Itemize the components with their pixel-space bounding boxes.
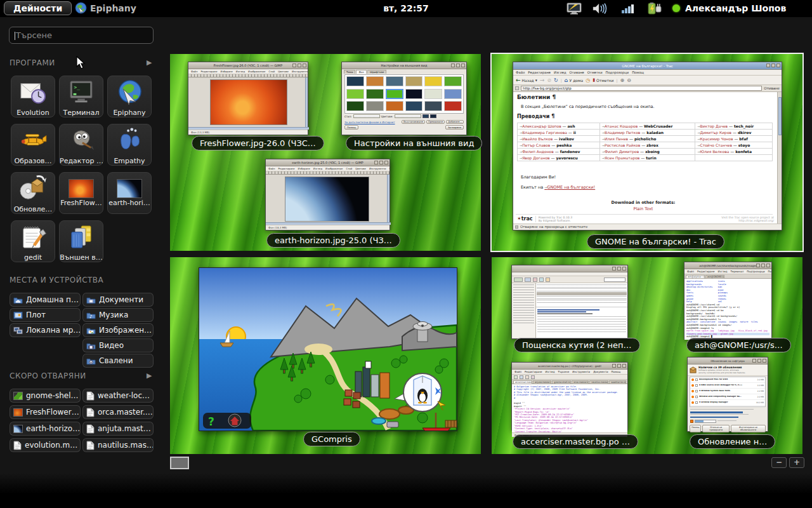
wallpaper-thumbnail[interactable] bbox=[386, 76, 403, 86]
wallpaper-thumbnail[interactable] bbox=[424, 89, 442, 99]
battery-icon[interactable] bbox=[647, 3, 664, 15]
menu-item[interactable]: Редактиране bbox=[278, 167, 295, 170]
window-buttons[interactable] bbox=[612, 364, 626, 368]
translator-link[interactable]: Красимир Чонов bbox=[700, 137, 733, 141]
app-freshflower[interactable]: FreshFlow… bbox=[59, 172, 103, 214]
place-documents[interactable]: Документи bbox=[82, 293, 154, 307]
gedit-tab[interactable]: anjuta.master.bg.po bbox=[533, 380, 551, 384]
wallpaper-thumbnail[interactable] bbox=[366, 76, 384, 86]
colors-combobox[interactable] bbox=[395, 114, 421, 118]
place-pictures[interactable]: Изображен… bbox=[82, 323, 154, 337]
update-checkbox[interactable] bbox=[695, 384, 698, 387]
save-button[interactable] bbox=[525, 375, 529, 379]
menu-item[interactable]: Редактиране bbox=[697, 270, 715, 273]
translator-link[interactable]: Филип Димитров bbox=[605, 149, 639, 154]
recent-weather-loc[interactable]: weather-loc… bbox=[82, 389, 154, 403]
place-music[interactable]: ♪ Музика bbox=[82, 308, 154, 322]
menu-item[interactable]: Файл bbox=[687, 270, 694, 273]
close-button[interactable]: Затваряне bbox=[445, 125, 464, 130]
update-info-link2[interactable] bbox=[690, 417, 738, 418]
wallpaper-thumbnail[interactable] bbox=[366, 101, 384, 111]
workspace-zoom-in-button[interactable]: + bbox=[789, 457, 804, 468]
menu-item[interactable]: Изображение bbox=[325, 167, 343, 170]
app-evolution[interactable]: Evolution bbox=[11, 76, 55, 117]
epiphany-page[interactable]: Бюлетини ¶ В секция „Бюлетини“ са период… bbox=[513, 92, 782, 224]
window-titlebar[interactable]: Обновление на софтуера bbox=[688, 358, 768, 364]
menu-item[interactable]: Изглед bbox=[236, 70, 245, 73]
gedit-tab[interactable]: weather-loc.bg.po bbox=[609, 380, 626, 384]
gimp-canvas[interactable] bbox=[266, 175, 390, 225]
recent-evolution-po[interactable]: evolution.m… bbox=[10, 438, 81, 452]
delete-button[interactable] bbox=[533, 277, 537, 282]
style-combobox[interactable] bbox=[353, 114, 380, 118]
menu-item[interactable]: Избиране bbox=[298, 167, 310, 170]
workspace-2[interactable]: GNOME на български! - Trac ФайлРедактира… bbox=[492, 54, 802, 251]
trac-link[interactable]: http://trac.edgewall.org/ bbox=[738, 219, 774, 222]
gcompris-controls[interactable]: ? bbox=[203, 413, 251, 429]
recent-earth-horizon[interactable]: earth-horizo… bbox=[10, 422, 81, 436]
update-row[interactable]: Window and compositing manager ba…2,2 MB bbox=[690, 394, 765, 400]
translator-link[interactable]: Явор Доганов bbox=[522, 156, 549, 160]
remove-button[interactable]: Премахване bbox=[426, 120, 445, 124]
window-buttons[interactable] bbox=[752, 359, 766, 363]
menu-item[interactable]: Цветове bbox=[278, 70, 289, 73]
recent-orca[interactable]: orca.master.… bbox=[82, 405, 154, 419]
app-terminal[interactable]: >_ Терминал bbox=[59, 76, 103, 117]
menu-item[interactable]: Редактиране bbox=[528, 70, 551, 74]
workspace-4[interactable]: ash@GNOME:/usr/share/backgrounds/images … bbox=[492, 257, 802, 454]
app-appearance[interactable]: Външен в… bbox=[59, 220, 103, 262]
new-button[interactable] bbox=[514, 375, 518, 379]
menu-item[interactable]: Файл bbox=[516, 70, 525, 74]
get-more-backgrounds-link[interactable]: За допълнителни фонове в Интернет bbox=[344, 121, 395, 124]
workspace-1[interactable]: FreshFlower.jpg-26.0 (ЧЗС, 1 слой) — GIM… bbox=[170, 54, 481, 251]
gedit-content[interactable]: # Bulgarian translation of accerciser po… bbox=[512, 384, 627, 432]
user-menu[interactable]: Александър Шопов bbox=[672, 3, 786, 13]
programs-expand-icon[interactable]: ▶ bbox=[147, 58, 152, 67]
menu-item[interactable]: Търсене bbox=[558, 370, 570, 373]
window-buttons[interactable] bbox=[766, 64, 780, 67]
trac-logo[interactable]: ✶trac bbox=[517, 216, 533, 222]
menu-item[interactable]: Подпрозорци bbox=[606, 70, 629, 74]
search-box[interactable] bbox=[604, 277, 625, 282]
page-scrollbar[interactable] bbox=[777, 92, 782, 224]
wallpaper-thumbnail[interactable] bbox=[346, 101, 364, 111]
translator-link[interactable]: Филип Андонов bbox=[522, 149, 554, 154]
send-receive-button[interactable] bbox=[525, 277, 531, 282]
update-checkbox[interactable] bbox=[695, 396, 698, 398]
gedit-tab[interactable]: orca.master.bg.po bbox=[572, 380, 589, 384]
menu-item[interactable]: Изглед bbox=[718, 270, 728, 273]
cancel-button[interactable]: Отмяна на проверката bbox=[702, 425, 729, 432]
epiphany-window[interactable]: GNOME на български! - Trac ФайлРедактира… bbox=[513, 62, 782, 231]
window-titlebar[interactable]: ash@GNOME:/usr/share/backgrounds/images bbox=[684, 262, 771, 269]
menu-item[interactable]: Документи bbox=[593, 370, 608, 373]
translator-link[interactable]: Ивайло Вълков bbox=[522, 137, 553, 141]
wallpaper-thumbnail[interactable] bbox=[366, 89, 384, 99]
app-gimp[interactable]: Редактор … bbox=[59, 124, 103, 166]
menu-item[interactable]: Терминал bbox=[731, 270, 744, 273]
recent-expand-icon[interactable]: ▶ bbox=[147, 371, 152, 380]
menu-item[interactable]: Избиране bbox=[221, 70, 233, 73]
undo-button[interactable] bbox=[531, 375, 535, 379]
evolution-folder-tree[interactable] bbox=[512, 283, 536, 338]
app-gedit[interactable]: gedit bbox=[11, 220, 55, 262]
updates-list[interactable]: Development files for krb52,2 MBA GNU so… bbox=[690, 377, 766, 407]
help-button[interactable]: Помощ bbox=[690, 425, 701, 432]
place-videos[interactable]: Видео bbox=[82, 338, 154, 352]
window-titlebar[interactable]: earth-horizon.jpg-25.0 (ЧЗС, 1 слой) — G… bbox=[266, 159, 390, 166]
window-titlebar[interactable] bbox=[512, 265, 627, 272]
evolution-preview-pane[interactable] bbox=[536, 307, 627, 338]
gedit-window[interactable]: accerciser.master.bg.po (~/CD/gtp/gnome)… bbox=[511, 362, 628, 431]
wallpaper-thumbnail[interactable] bbox=[405, 89, 423, 99]
place-network[interactable]: Локална мр… bbox=[10, 323, 81, 337]
translator-link[interactable]: Ясен Праматаров bbox=[605, 156, 639, 160]
menu-item[interactable]: Изглед bbox=[554, 70, 566, 74]
app-epiphany[interactable]: Epiphany bbox=[107, 76, 152, 117]
update-row[interactable]: X window display manager10,2 MB bbox=[690, 400, 765, 406]
update-checkbox[interactable] bbox=[695, 378, 698, 381]
menu-item[interactable]: Редактиране bbox=[525, 370, 542, 373]
translator-link[interactable]: Илия Пенев bbox=[605, 137, 628, 141]
wallpaper-thumbnail[interactable] bbox=[405, 76, 423, 86]
restore-button[interactable]: Възстановяване bbox=[402, 120, 425, 124]
volume-icon[interactable] bbox=[592, 3, 608, 15]
place-downloads[interactable]: Свалени bbox=[82, 354, 154, 368]
